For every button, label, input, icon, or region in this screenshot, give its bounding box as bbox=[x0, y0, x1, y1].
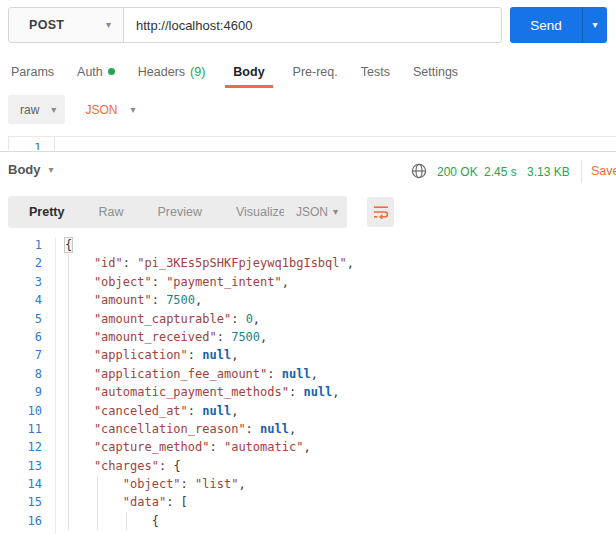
indent-guide bbox=[97, 512, 98, 530]
headers-count-badge: (9) bbox=[190, 65, 205, 79]
tab-headers[interactable]: Headers(9) bbox=[135, 58, 209, 88]
send-options-button[interactable]: ▾ bbox=[582, 7, 607, 43]
editor-gutter-divider bbox=[54, 137, 55, 150]
send-label: Send bbox=[530, 18, 562, 33]
indent-guide bbox=[97, 493, 98, 511]
indent-guide bbox=[68, 310, 69, 328]
response-toolbar: PrettyRawPreviewVisualize JSON ▾ bbox=[0, 196, 616, 228]
code-content: "object": "list", bbox=[55, 475, 616, 493]
tab-tests[interactable]: Tests bbox=[358, 58, 393, 88]
indent-guide bbox=[68, 493, 69, 511]
tab-settings[interactable]: Settings bbox=[410, 58, 461, 88]
line-number: 9 bbox=[0, 383, 55, 401]
line-number: 11 bbox=[0, 420, 55, 438]
line-number: 10 bbox=[0, 402, 55, 420]
indent-guide bbox=[97, 475, 98, 493]
code-line: 12"capture_method": "automatic", bbox=[0, 438, 616, 456]
response-format-dropdown[interactable]: JSON ▾ bbox=[284, 196, 347, 228]
code-content: { bbox=[55, 236, 616, 254]
indent-guide bbox=[68, 254, 69, 272]
body-type-label: raw bbox=[20, 103, 39, 117]
code-line: 7"application": null, bbox=[0, 346, 616, 364]
wrap-text-button[interactable] bbox=[367, 197, 394, 227]
url-bar: POST ▾ bbox=[8, 7, 502, 43]
response-format-label: JSON bbox=[296, 205, 328, 219]
line-number: 13 bbox=[0, 457, 55, 475]
status-code: 200 OK bbox=[437, 165, 478, 179]
code-content: "cancellation_reason": null, bbox=[55, 420, 616, 438]
view-tab-preview[interactable]: Preview bbox=[140, 196, 218, 228]
tab-params[interactable]: Params bbox=[8, 58, 57, 88]
indent-guide bbox=[68, 291, 69, 309]
body-type-dropdown[interactable]: raw ▾ bbox=[8, 95, 65, 124]
code-content: "application_fee_amount": null, bbox=[55, 365, 616, 383]
code-line: 15"data": [ bbox=[0, 493, 616, 511]
response-body-dropdown[interactable]: Body ▾ bbox=[8, 162, 54, 177]
method-label: POST bbox=[29, 18, 64, 32]
code-line: 16{ bbox=[0, 512, 616, 530]
line-number: 4 bbox=[0, 291, 55, 309]
indent-guide bbox=[68, 346, 69, 364]
line-number: 8 bbox=[0, 365, 55, 383]
indent-guide bbox=[68, 383, 69, 401]
postman-request-window: POST ▾ Send ▾ ParamsAuthHeaders(9)BodyPr… bbox=[0, 0, 616, 534]
line-number: 1 bbox=[0, 236, 55, 254]
line-number: 6 bbox=[0, 328, 55, 346]
code-content: { bbox=[55, 512, 616, 530]
indent-guide bbox=[68, 402, 69, 420]
code-content: "amount_received": 7500, bbox=[55, 328, 616, 346]
line-number: 1 bbox=[34, 141, 41, 150]
code-content: "data": [ bbox=[55, 493, 616, 511]
indent-guide bbox=[68, 457, 69, 475]
code-line: 14"object": "list", bbox=[0, 475, 616, 493]
tab-label: Body bbox=[233, 65, 264, 79]
body-format-dropdown[interactable]: JSON ▾ bbox=[85, 103, 135, 117]
code-line: 5"amount_capturable": 0, bbox=[0, 310, 616, 328]
indent-guide bbox=[68, 365, 69, 383]
code-line: 10"canceled_at": null, bbox=[0, 402, 616, 420]
divider bbox=[581, 160, 582, 183]
line-number: 15 bbox=[0, 493, 55, 511]
response-body-viewer: 1{2"id": "pi_3KEs5pSHKFpjeywq1bgIsbql",3… bbox=[0, 236, 616, 534]
method-dropdown[interactable]: POST ▾ bbox=[9, 8, 124, 42]
response-size: 3.13 KB bbox=[527, 165, 570, 179]
request-tabs: ParamsAuthHeaders(9)BodyPre-req.TestsSet… bbox=[8, 58, 461, 88]
code-line: 6"amount_received": 7500, bbox=[0, 328, 616, 346]
code-line: 4"amount": 7500, bbox=[0, 291, 616, 309]
tab-body[interactable]: Body bbox=[225, 58, 272, 88]
auth-status-dot-icon bbox=[108, 68, 115, 75]
chevron-down-icon: ▾ bbox=[106, 20, 111, 30]
code-line: 13"charges": { bbox=[0, 457, 616, 475]
code-content: "application": null, bbox=[55, 346, 616, 364]
code-content: "amount": 7500, bbox=[55, 291, 616, 309]
tab-label: Pre-req. bbox=[293, 65, 338, 79]
indent-guide bbox=[68, 273, 69, 291]
line-number: 2 bbox=[0, 254, 55, 272]
tab-label: Auth bbox=[77, 65, 103, 79]
code-line: 11"cancellation_reason": null, bbox=[0, 420, 616, 438]
line-number: 12 bbox=[0, 438, 55, 456]
tab-label: Settings bbox=[413, 65, 458, 79]
code-line: 8"application_fee_amount": null, bbox=[0, 365, 616, 383]
code-content: "automatic_payment_methods": null, bbox=[55, 383, 616, 401]
send-button-group: Send ▾ bbox=[510, 7, 607, 43]
code-content: "capture_method": "automatic", bbox=[55, 438, 616, 456]
tab-auth[interactable]: Auth bbox=[74, 58, 118, 88]
chevron-down-icon: ▾ bbox=[130, 105, 135, 115]
save-response-button[interactable]: Save bbox=[591, 164, 616, 178]
code-line: 1{ bbox=[0, 236, 616, 254]
send-button[interactable]: Send bbox=[510, 7, 582, 43]
tab-label: Headers bbox=[138, 65, 185, 79]
code-content: "canceled_at": null, bbox=[55, 402, 616, 420]
view-tab-raw[interactable]: Raw bbox=[81, 196, 140, 228]
tab-label: Params bbox=[11, 65, 54, 79]
code-content: "amount_capturable": 0, bbox=[55, 310, 616, 328]
view-tab-pretty[interactable]: Pretty bbox=[12, 196, 81, 228]
tab-pre-req-[interactable]: Pre-req. bbox=[290, 58, 341, 88]
code-content: "charges": { bbox=[55, 457, 616, 475]
chevron-down-icon: ▾ bbox=[51, 105, 56, 115]
line-number: 3 bbox=[0, 273, 55, 291]
code-content: "object": "payment_intent", bbox=[55, 273, 616, 291]
url-input[interactable] bbox=[124, 8, 501, 42]
network-globe-icon[interactable] bbox=[411, 163, 427, 179]
